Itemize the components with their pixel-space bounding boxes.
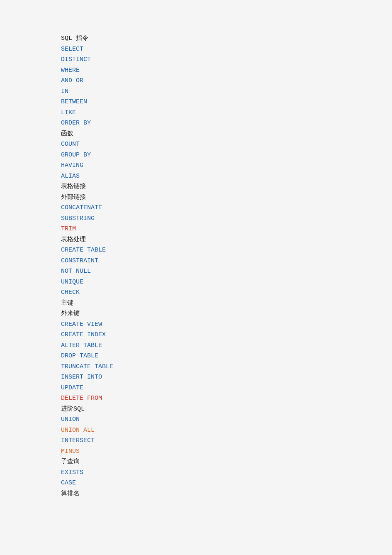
menu-item[interactable]: LIKE: [61, 108, 392, 118]
menu-item[interactable]: SQL 指令: [61, 33, 392, 44]
menu-item[interactable]: 函数: [61, 129, 392, 139]
menu-item[interactable]: IN: [61, 86, 392, 97]
menu-item-label: DELETE FROM: [61, 393, 102, 404]
menu-item-label: GROUP BY: [61, 150, 91, 161]
menu-item-label: 函数: [61, 129, 73, 139]
menu-item-label: CREATE VIEW: [61, 319, 102, 330]
menu-item[interactable]: TRIM: [61, 224, 392, 235]
menu-item[interactable]: NOT NULL: [61, 266, 392, 277]
menu-item-label: DROP TABLE: [61, 351, 98, 362]
menu-item-label: TRIM: [61, 224, 76, 235]
menu-item[interactable]: ALIAS: [61, 171, 392, 182]
menu-item-label: CONSTRAINT: [61, 256, 98, 266]
menu-item-label: DISTINCT: [61, 54, 91, 65]
menu-item-label: UNION: [61, 414, 80, 425]
menu-item-label: SUBSTRING: [61, 213, 95, 224]
menu-item-label: SELECT: [61, 44, 83, 55]
menu-item[interactable]: MINUS: [61, 446, 392, 457]
menu-item-label: AND OR: [61, 76, 83, 86]
menu-item[interactable]: UNIQUE: [61, 277, 392, 288]
menu-item-label: 算排名: [61, 489, 80, 499]
menu-item[interactable]: HAVING: [61, 160, 392, 171]
menu-item-label: TRUNCATE TABLE: [61, 362, 113, 372]
menu-item-label: UNION ALL: [61, 425, 95, 436]
menu-item[interactable]: INSERT INTO: [61, 372, 392, 383]
menu-item-label: INTERSECT: [61, 435, 95, 446]
menu-item[interactable]: INTERSECT: [61, 435, 392, 446]
menu-item[interactable]: 算排名: [61, 489, 392, 499]
menu-item[interactable]: CREATE TABLE: [61, 245, 392, 256]
menu-item[interactable]: 外来键: [61, 308, 392, 319]
menu-item-label: UNIQUE: [61, 277, 83, 288]
menu-item[interactable]: ORDER BY: [61, 118, 392, 129]
menu-item-label: 外来键: [61, 308, 80, 319]
menu-item-label: 外部链接: [61, 192, 86, 203]
menu-item[interactable]: 表格链接: [61, 181, 392, 192]
menu-item[interactable]: UPDATE: [61, 383, 392, 394]
menu-item-label: NOT NULL: [61, 266, 91, 277]
menu-item-label: ALTER TABLE: [61, 340, 102, 351]
menu-item[interactable]: DISTINCT: [61, 54, 392, 65]
menu-item-label: COUNT: [61, 139, 80, 150]
menu-item-label: CREATE INDEX: [61, 330, 106, 340]
menu-item[interactable]: EXISTS: [61, 467, 392, 478]
menu-item[interactable]: GROUP BY: [61, 150, 392, 161]
menu-item-label: ALIAS: [61, 171, 80, 182]
menu-item[interactable]: SUBSTRING: [61, 213, 392, 224]
menu-item[interactable]: CREATE INDEX: [61, 330, 392, 340]
menu-item-label: CREATE TABLE: [61, 245, 106, 256]
menu-item[interactable]: TRUNCATE TABLE: [61, 362, 392, 372]
menu-item-label: BETWEEN: [61, 97, 87, 108]
menu-item[interactable]: CASE: [61, 478, 392, 489]
menu-item[interactable]: ALTER TABLE: [61, 340, 392, 351]
menu-item[interactable]: 进阶SQL: [61, 404, 392, 415]
menu-item[interactable]: 主键: [61, 298, 392, 309]
menu-item-label: INSERT INTO: [61, 372, 102, 383]
menu-item-label: WHERE: [61, 65, 80, 76]
menu-item[interactable]: UNION ALL: [61, 425, 392, 436]
menu-item-label: HAVING: [61, 160, 83, 171]
menu-item[interactable]: BETWEEN: [61, 97, 392, 108]
menu-item[interactable]: DELETE FROM: [61, 393, 392, 404]
menu-item[interactable]: 表格处理: [61, 235, 392, 245]
menu-item[interactable]: AND OR: [61, 76, 392, 86]
menu-item[interactable]: WHERE: [61, 65, 392, 76]
menu-item[interactable]: CONCATENATE: [61, 203, 392, 213]
menu-item[interactable]: 子查询: [61, 457, 392, 467]
menu-item-label: SQL 指令: [61, 33, 88, 44]
menu-item-label: 表格链接: [61, 181, 86, 192]
menu-item[interactable]: DROP TABLE: [61, 351, 392, 362]
menu-item-label: EXISTS: [61, 467, 83, 478]
menu-item[interactable]: 外部链接: [61, 192, 392, 203]
menu-item-label: 表格处理: [61, 235, 86, 245]
menu-item[interactable]: UNION: [61, 414, 392, 425]
sql-menu-list: SQL 指令SELECTDISTINCTWHEREAND ORINBETWEEN…: [61, 33, 392, 499]
menu-item-label: 子查询: [61, 457, 80, 467]
menu-item[interactable]: SELECT: [61, 44, 392, 55]
menu-item-label: IN: [61, 86, 68, 97]
menu-item-label: LIKE: [61, 108, 76, 118]
menu-item-label: 主键: [61, 298, 73, 309]
menu-item-label: 进阶SQL: [61, 404, 85, 415]
menu-item-label: CONCATENATE: [61, 203, 102, 213]
menu-item[interactable]: COUNT: [61, 139, 392, 150]
menu-item[interactable]: CREATE VIEW: [61, 319, 392, 330]
menu-item-label: UPDATE: [61, 383, 83, 394]
menu-item-label: CASE: [61, 478, 76, 489]
menu-item[interactable]: CHECK: [61, 287, 392, 298]
menu-item-label: CHECK: [61, 287, 80, 298]
menu-item[interactable]: CONSTRAINT: [61, 256, 392, 266]
menu-item-label: MINUS: [61, 446, 80, 457]
menu-item-label: ORDER BY: [61, 118, 91, 129]
